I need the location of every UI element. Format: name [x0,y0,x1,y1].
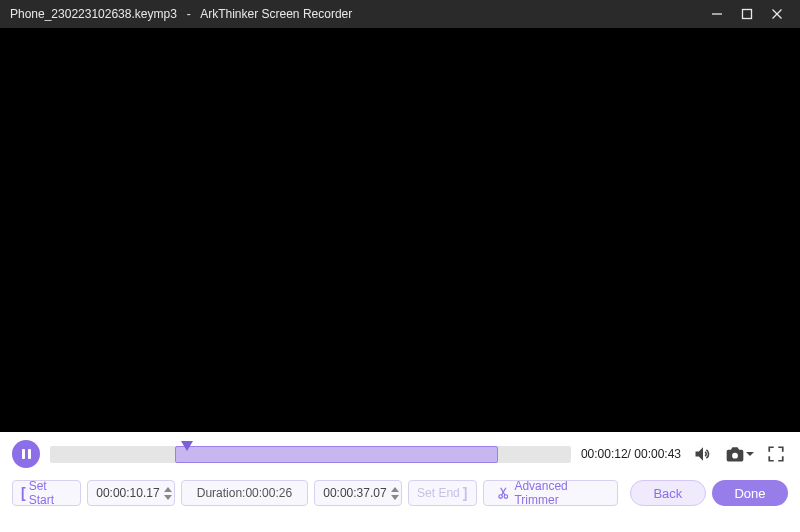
fullscreen-icon [767,445,785,463]
back-label: Back [653,486,682,501]
set-start-button[interactable]: [ Set Start [12,480,81,506]
svg-marker-8 [164,495,172,500]
svg-marker-9 [391,487,399,492]
trim-controls: [ Set Start 00:00:10.17 Duration:00:00:2… [0,476,800,532]
window-controls [702,0,792,28]
minimize-button[interactable] [702,0,732,28]
pause-button[interactable] [12,440,40,468]
camera-icon [725,445,745,463]
seek-row: 00:00:12/ 00:00:43 [0,432,800,476]
video-preview[interactable] [0,28,800,432]
start-time-field[interactable]: 00:00:10.17 [87,480,174,506]
advanced-trimmer-button[interactable]: Advanced Trimmer [483,480,618,506]
chevron-up-icon [391,487,399,493]
advanced-trimmer-label: Advanced Trimmer [514,479,602,507]
seek-track [50,446,571,463]
bracket-right-icon: ] [463,485,468,501]
duration-field: Duration:00:00:26 [181,480,309,506]
back-button[interactable]: Back [630,480,706,506]
pause-icon [22,449,31,459]
duration-value: 00:00:26 [245,486,292,500]
chevron-down-icon [746,450,754,458]
set-start-label: Set Start [29,479,73,507]
done-label: Done [734,486,765,501]
time-display: 00:00:12/ 00:00:43 [581,447,681,461]
chevron-up-icon [164,487,172,493]
start-time-value: 00:00:10.17 [96,486,159,500]
titlebar: Phone_230223102638.keymp3 - ArkThinker S… [0,0,800,28]
svg-marker-6 [746,452,754,456]
set-end-label: Set End [417,486,460,500]
volume-icon [693,444,713,464]
volume-button[interactable] [691,442,715,466]
close-button[interactable] [762,0,792,28]
chevron-down-icon [164,494,172,500]
playhead[interactable] [181,437,193,455]
trim-range[interactable] [175,446,498,463]
end-time-spinner[interactable] [387,487,399,500]
chevron-down-icon [391,494,399,500]
svg-marker-10 [391,495,399,500]
end-time-value: 00:00:37.07 [323,486,386,500]
total-time: 00:00:43 [634,447,681,461]
window-title: Phone_230223102638.keymp3 - ArkThinker S… [10,7,702,21]
svg-point-5 [732,453,738,459]
svg-marker-7 [164,487,172,492]
svg-marker-4 [181,441,193,451]
done-button[interactable]: Done [712,480,788,506]
current-time: 00:00:12 [581,447,628,461]
duration-label: Duration: [197,486,246,500]
seekbar[interactable] [50,443,571,465]
start-time-spinner[interactable] [160,487,172,500]
filename: Phone_230223102638.keymp3 [10,7,177,21]
scissors-icon [498,486,509,500]
svg-rect-1 [743,10,752,19]
app-name: ArkThinker Screen Recorder [200,7,352,21]
snapshot-button[interactable] [725,442,754,466]
maximize-button[interactable] [732,0,762,28]
bracket-left-icon: [ [21,485,26,501]
end-time-field[interactable]: 00:00:37.07 [314,480,401,506]
fullscreen-button[interactable] [764,442,788,466]
set-end-button[interactable]: Set End ] [408,480,477,506]
